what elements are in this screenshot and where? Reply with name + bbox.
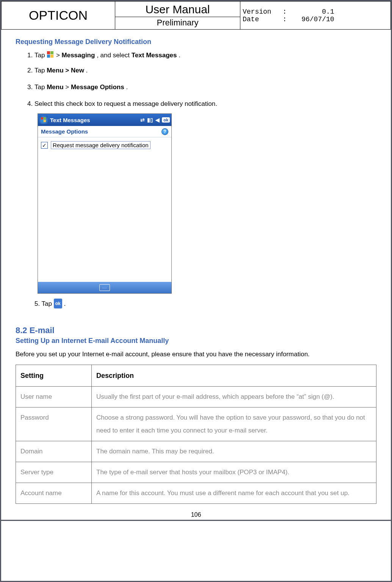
- step-3-bold-options: Message Options: [71, 83, 124, 91]
- step-2: Tap Menu > New .: [34, 64, 376, 77]
- step-5-text-a: 5. Tap: [34, 300, 54, 307]
- date-label: Date: [243, 16, 277, 23]
- step-3-text-e: .: [126, 83, 128, 91]
- step-5: 5. Tap ok .: [34, 297, 376, 310]
- steps-list: Tap > Messaging , and select Text Messag…: [25, 49, 376, 110]
- table-row: Password Choose a strong password. You w…: [16, 407, 376, 441]
- step-2-text-a: Tap: [34, 67, 47, 74]
- svg-rect-0: [47, 51, 50, 54]
- ok-badge-icon: ok: [54, 299, 62, 308]
- volume-icon: ◀: [155, 117, 160, 123]
- delivery-notification-label: Request message delivery notification: [51, 141, 151, 149]
- version-label: Version: [243, 8, 277, 16]
- screenshot-subbar: Message Options ?: [38, 126, 171, 137]
- setting-name: User name: [16, 387, 92, 407]
- content: Requesting Message Delivery Notification…: [1, 30, 391, 508]
- svg-rect-3: [50, 55, 53, 58]
- setting-desc: Choose a strong password. You will have …: [92, 407, 376, 441]
- step-1-bold-messaging: Messaging: [62, 52, 95, 59]
- col-header-setting: Setting: [16, 365, 92, 387]
- svg-rect-2: [47, 55, 50, 58]
- setting-name: Password: [16, 407, 92, 441]
- heading-requesting-notification: Requesting Message Delivery Notification: [16, 38, 376, 46]
- settings-table: Setting Description User name Usually th…: [16, 365, 376, 504]
- setting-name: Account name: [16, 483, 92, 504]
- brand-cell: OPTICON: [2, 2, 115, 30]
- step-1-text-a: Tap: [34, 52, 47, 59]
- date-value: 96/07/10: [293, 16, 334, 23]
- svg-rect-6: [41, 120, 43, 122]
- step-2-text-c: .: [86, 67, 88, 74]
- setting-name: Server type: [16, 462, 92, 483]
- table-header-row: Setting Description: [16, 365, 376, 387]
- step-5-text-b: .: [64, 300, 66, 307]
- screenshot-sys-icons: ⇄ ▮▯ ◀ ok: [140, 117, 170, 123]
- step-1-text-b: >: [56, 52, 62, 59]
- intro-paragraph: Before you set up your Internet e-mail a…: [16, 348, 376, 361]
- windows-flag-icon: [39, 116, 48, 124]
- step-3-text-a: Tap: [34, 83, 47, 91]
- connectivity-icon: ⇄: [140, 117, 145, 123]
- screenshot-option-row: ✓ Request message delivery notification: [38, 137, 171, 153]
- heading-setup-email: Setting Up an Internet E-mail Account Ma…: [16, 337, 376, 345]
- version-value: 0.1: [293, 8, 334, 16]
- document-header: OPTICON User Manual Version : 0.1 Date :…: [1, 1, 391, 30]
- step-3: Tap Menu > Message Options .: [34, 81, 376, 94]
- help-icon[interactable]: ?: [162, 128, 168, 135]
- table-row: Server type The type of e-mail server th…: [16, 462, 376, 483]
- heading-email: 8.2 E-mail: [16, 326, 376, 335]
- screenshot-title: Text Messages: [50, 117, 90, 123]
- table-row: Account name A name for this account. Yo…: [16, 483, 376, 504]
- table-row: Domain The domain name. This may be requ…: [16, 441, 376, 462]
- footer-rule: [1, 520, 391, 521]
- doc-title: User Manual: [115, 2, 240, 17]
- step-1-text-d: , and select: [97, 52, 132, 59]
- screenshot-titlebar: Text Messages ⇄ ▮▯ ◀ ok: [38, 114, 171, 126]
- setting-name: Domain: [16, 441, 92, 462]
- screenshot-subbar-title: Message Options: [41, 128, 88, 135]
- setting-desc: The type of e-mail server that hosts you…: [92, 462, 376, 483]
- meta-sep-2: :: [281, 16, 289, 23]
- doc-meta: Version : 0.1 Date : 96/07/10: [240, 2, 391, 30]
- step-1: Tap > Messaging , and select Text Messag…: [34, 49, 376, 62]
- start-menu-icon: [47, 51, 54, 58]
- step-3-bold-menu: Menu: [47, 83, 63, 91]
- screenshot-message-options: Text Messages ⇄ ▮▯ ◀ ok Message Options …: [38, 113, 172, 294]
- setting-desc: Usually the first part of your e-mail ad…: [92, 387, 376, 407]
- step-1-text-f: .: [179, 52, 180, 59]
- ok-button[interactable]: ok: [162, 117, 170, 123]
- svg-rect-7: [44, 120, 46, 122]
- doc-subtitle: Preliminary: [115, 17, 240, 30]
- page: OPTICON User Manual Version : 0.1 Date :…: [0, 0, 392, 582]
- delivery-notification-checkbox[interactable]: ✓: [41, 142, 48, 149]
- svg-rect-1: [50, 51, 53, 54]
- step-2-bold: Menu > New: [47, 67, 84, 74]
- step-3-text-c: >: [65, 83, 71, 91]
- setting-desc: A name for this account. You must use a …: [92, 483, 376, 504]
- keyboard-icon[interactable]: ::::: [99, 284, 110, 291]
- table-row: User name Usually the first part of your…: [16, 387, 376, 407]
- setting-desc: The domain name. This may be required.: [92, 441, 376, 462]
- screenshot-bottombar: ::::: [38, 282, 171, 293]
- meta-sep-1: :: [281, 8, 289, 16]
- step-4: Select this check box to request a messa…: [34, 98, 376, 110]
- svg-rect-4: [41, 117, 43, 120]
- signal-icon: ▮▯: [147, 117, 153, 123]
- page-number: 106: [1, 508, 391, 520]
- col-header-description: Description: [92, 365, 376, 387]
- svg-rect-5: [44, 117, 46, 120]
- step-1-bold-text-messages: Text Messages: [132, 52, 177, 59]
